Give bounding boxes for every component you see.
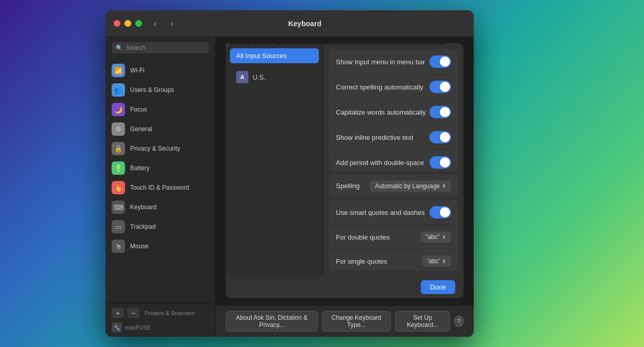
help-button[interactable]: ? xyxy=(454,316,463,327)
capitalize-words-row: Capitalize words automatically xyxy=(329,100,458,125)
double-quotes-chevron-icon: ⬍ xyxy=(442,234,446,240)
show-input-menu-label: Show Input menu in menu bar xyxy=(336,58,430,66)
sidebar-item-focus[interactable]: 🌙 Focus xyxy=(105,100,215,119)
traffic-lights xyxy=(114,20,142,27)
us-input-source-item[interactable]: A U.S. xyxy=(230,67,319,87)
macfuse-icon: 🔧 xyxy=(112,322,122,333)
us-lang-icon: A xyxy=(236,71,248,83)
search-input[interactable] xyxy=(126,44,205,51)
general-icon: ⚙ xyxy=(112,122,125,136)
nav-buttons: ‹ › xyxy=(148,18,179,29)
keyboard-icon: ⌨ xyxy=(112,200,125,214)
us-label: U.S. xyxy=(253,74,265,81)
sidebar-item-keyboard[interactable]: ⌨ Keyboard xyxy=(105,197,215,217)
search-wrap[interactable]: 🔍 xyxy=(112,42,209,53)
inline-predictive-label: Show inline predictive text xyxy=(336,134,430,141)
sidebar-item-privacy[interactable]: 🔒 Privacy & Security xyxy=(105,139,215,158)
popup-overlay: All Input Sources A U.S. Show In xyxy=(216,37,474,337)
single-quotes-chevron-icon: ⬍ xyxy=(442,259,446,264)
single-quotes-row: For single quotes 'abc' ⬍ xyxy=(329,249,458,271)
double-quotes-label: For double quotes xyxy=(336,233,420,241)
wifi-icon: 📶 xyxy=(112,64,125,77)
add-period-label: Add period with double-space xyxy=(336,159,430,167)
remove-input-source-button[interactable]: − xyxy=(127,308,139,318)
settings-group-1: Show Input menu in menu bar Correct spel… xyxy=(329,49,458,171)
inline-predictive-toggle[interactable] xyxy=(430,131,451,143)
input-sources-panel: All Input Sources A U.S. xyxy=(226,44,324,276)
sidebar: 🔍 📶 Wi-Fi 👥 Users & Groups 🌙 Focus xyxy=(105,37,216,337)
sidebar-item-label: Battery xyxy=(130,165,150,172)
smart-quotes-label: Use smart quotes and dashes xyxy=(336,209,430,216)
sidebar-item-label: General xyxy=(130,125,152,133)
settings-group-3: Use smart quotes and dashes For double q… xyxy=(329,200,458,271)
capitalize-words-label: Capitalize words automatically xyxy=(336,108,430,116)
sidebar-bottom-2: 🔧 macFUSE xyxy=(105,322,215,337)
add-period-toggle[interactable] xyxy=(430,156,451,169)
double-quotes-select[interactable]: "abc" ⬍ xyxy=(420,231,451,243)
focus-icon: 🌙 xyxy=(112,103,125,116)
touchid-icon: 👆 xyxy=(112,181,125,194)
change-keyboard-button[interactable]: Change Keyboard Type... xyxy=(322,311,391,332)
show-input-menu-row: Show Input menu in menu bar xyxy=(329,49,458,75)
content-area: 🔍 📶 Wi-Fi 👥 Users & Groups 🌙 Focus xyxy=(105,37,474,337)
single-quotes-label: For single quotes xyxy=(336,258,422,265)
maximize-button[interactable] xyxy=(135,20,142,27)
forward-button[interactable]: › xyxy=(165,18,179,29)
spelling-value: Automatic by Language xyxy=(375,182,440,190)
sidebar-bottom: + − Printers & Scanners xyxy=(105,303,215,322)
sidebar-item-label: Touch ID & Password xyxy=(130,184,189,191)
about-siri-button[interactable]: About Ask Siri, Dictation & Privacy... xyxy=(226,311,318,332)
settings-panel: Show Input menu in menu bar Correct spel… xyxy=(324,44,463,276)
printers-scanners-label: Printers & Scanners xyxy=(145,308,195,318)
popup-box: All Input Sources A U.S. Show In xyxy=(226,44,463,298)
search-bar: 🔍 xyxy=(105,37,215,59)
spelling-select[interactable]: Automatic by Language ⬍ xyxy=(370,180,451,192)
sidebar-item-general[interactable]: ⚙ General xyxy=(105,119,215,139)
users-icon: 👥 xyxy=(112,83,125,97)
double-quotes-row: For double quotes "abc" ⬍ xyxy=(329,225,458,249)
main-panel: Keyboard navigation Use keyboard navigat… xyxy=(216,37,474,337)
keyboard-settings-window: ‹ › Keyboard 🔍 📶 Wi-Fi 👥 Users & G xyxy=(105,10,474,337)
title-bar: ‹ › Keyboard xyxy=(105,10,474,37)
minimize-button[interactable] xyxy=(124,20,131,27)
spelling-row: Spelling Automatic by Language ⬍ xyxy=(329,174,458,197)
setup-keyboard-button[interactable]: Set Up Keyboard... xyxy=(395,311,450,332)
back-button[interactable]: ‹ xyxy=(148,18,163,29)
trackpad-icon: ▭ xyxy=(112,220,125,233)
sidebar-item-wifi[interactable]: 📶 Wi-Fi xyxy=(105,61,215,80)
single-quotes-select[interactable]: 'abc' ⬍ xyxy=(422,255,451,267)
add-input-source-button[interactable]: + xyxy=(112,308,124,318)
popup-bottom: Done xyxy=(226,276,463,298)
add-period-row: Add period with double-space xyxy=(329,150,458,171)
correct-spelling-label: Correct spelling automatically xyxy=(336,83,430,91)
show-input-menu-toggle[interactable] xyxy=(430,56,451,68)
sidebar-item-battery[interactable]: 🔋 Battery xyxy=(105,158,215,178)
capitalize-words-toggle[interactable] xyxy=(430,106,451,118)
sidebar-item-touchid[interactable]: 👆 Touch ID & Password xyxy=(105,178,215,197)
done-button[interactable]: Done xyxy=(421,280,455,294)
close-button[interactable] xyxy=(114,20,120,27)
correct-spelling-toggle[interactable] xyxy=(430,81,451,93)
search-icon: 🔍 xyxy=(116,45,123,51)
privacy-icon: 🔒 xyxy=(112,142,125,155)
sidebar-item-label: Privacy & Security xyxy=(130,145,180,152)
sidebar-item-trackpad[interactable]: ▭ Trackpad xyxy=(105,217,215,236)
chevron-up-down-icon: ⬍ xyxy=(442,183,446,189)
sidebar-item-label: Focus xyxy=(130,106,147,113)
all-input-sources-item[interactable]: All Input Sources xyxy=(230,48,319,63)
sidebar-item-label: Users & Groups xyxy=(130,86,174,94)
macfuse-label: 🔧 macFUSE xyxy=(112,322,151,333)
action-bar: About Ask Siri, Dictation & Privacy... C… xyxy=(216,305,474,337)
single-quotes-value: 'abc' xyxy=(427,258,440,265)
sidebar-item-label: Wi-Fi xyxy=(130,67,145,74)
sidebar-item-mouse[interactable]: 🖱 Mouse xyxy=(105,236,215,256)
inline-predictive-row: Show inline predictive text xyxy=(329,125,458,150)
smart-quotes-toggle[interactable] xyxy=(430,206,451,218)
spelling-label: Spelling xyxy=(336,182,370,190)
sidebar-item-label: Mouse xyxy=(130,243,149,250)
battery-icon: 🔋 xyxy=(112,161,125,175)
smart-quotes-row: Use smart quotes and dashes xyxy=(329,200,458,225)
sidebar-item-users[interactable]: 👥 Users & Groups xyxy=(105,80,215,100)
correct-spelling-row: Correct spelling automatically xyxy=(329,75,458,100)
window-title: Keyboard xyxy=(185,20,424,28)
